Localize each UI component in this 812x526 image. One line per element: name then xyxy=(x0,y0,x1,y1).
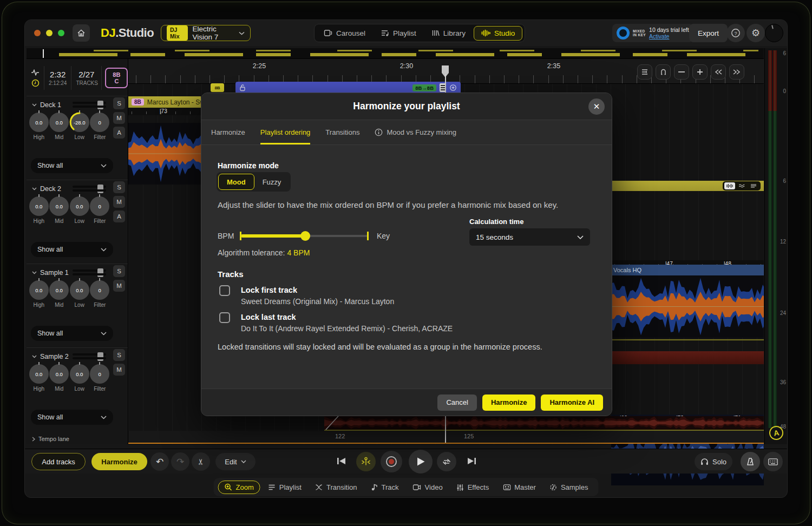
channel-fader[interactable] xyxy=(73,268,106,277)
nav-playlist[interactable]: Playlist xyxy=(374,27,423,40)
chevron-down-icon[interactable] xyxy=(32,355,37,358)
knob-low[interactable]: -28.0Low xyxy=(69,113,90,140)
auto-arrange-button[interactable] xyxy=(637,64,652,80)
settings-button[interactable]: ⚙ xyxy=(746,24,765,42)
solo-button[interactable]: S xyxy=(113,97,125,109)
skip-to-start-button[interactable] xyxy=(337,457,346,465)
zoom-out-button[interactable] xyxy=(674,64,689,80)
automation-button[interactable]: A xyxy=(113,127,125,139)
tab-track[interactable]: Track xyxy=(365,481,405,494)
waveform-bottom-strip[interactable] xyxy=(324,416,764,431)
lock-first-track-checkbox[interactable] xyxy=(219,285,230,296)
chevron-down-icon[interactable] xyxy=(32,187,37,190)
tab-master[interactable]: Master xyxy=(497,481,542,494)
tab-transition[interactable]: Transition xyxy=(310,481,363,494)
lock-last-track-checkbox[interactable] xyxy=(219,312,230,323)
knob-mid[interactable]: 0.0Mid xyxy=(49,196,70,224)
timeline-minimap[interactable] xyxy=(27,48,764,59)
skip-to-end-button[interactable] xyxy=(467,457,476,465)
loop-button[interactable] xyxy=(437,452,456,471)
knob-high[interactable]: 0.0High xyxy=(29,196,49,224)
knob-filter[interactable]: 0Filter xyxy=(90,280,110,308)
knob-high[interactable]: 0.0High xyxy=(29,280,49,308)
waveform-view-button[interactable] xyxy=(724,182,735,189)
magnet-snap-button[interactable] xyxy=(656,64,671,80)
play-button[interactable] xyxy=(409,450,433,474)
harmonize-toolbar-button[interactable]: Harmonize xyxy=(91,453,147,470)
window-zoom-button[interactable] xyxy=(58,30,64,36)
fast-forward-button[interactable] xyxy=(729,64,744,80)
minimap-playhead[interactable] xyxy=(43,49,44,58)
undo-button[interactable]: ↶ xyxy=(150,452,169,471)
show-all-dropdown[interactable]: Show all xyxy=(31,242,113,257)
tempo-automation-line[interactable] xyxy=(128,443,764,444)
tab-playlist-ordering[interactable]: Playlist ordering xyxy=(260,120,311,144)
knob-filter[interactable]: 0Filter xyxy=(90,364,110,392)
rewind-button[interactable] xyxy=(711,64,726,80)
slider-thumb[interactable] xyxy=(300,231,310,241)
nav-carousel[interactable]: Carousel xyxy=(317,27,372,40)
solo-button[interactable]: Solo xyxy=(695,453,732,470)
calculation-time-select[interactable]: 15 seconds xyxy=(469,228,590,246)
knob-filter[interactable]: 0Filter xyxy=(90,113,110,140)
tab-harmonize[interactable]: Harmonize xyxy=(211,120,245,144)
mute-button[interactable]: M xyxy=(113,196,125,208)
chevron-down-icon[interactable] xyxy=(32,271,37,274)
mute-button[interactable]: M xyxy=(113,112,125,124)
knob-low[interactable]: 0.0Low xyxy=(69,364,90,392)
edit-menu-button[interactable]: Edit xyxy=(215,453,256,470)
lines-view-button[interactable] xyxy=(748,182,759,189)
tab-playlist[interactable]: Playlist xyxy=(263,481,307,494)
nav-studio[interactable]: Studio xyxy=(474,26,522,41)
master-volume-knob[interactable] xyxy=(765,24,783,42)
solo-button[interactable]: S xyxy=(113,349,125,361)
zoom-transition-icon[interactable] xyxy=(449,84,457,91)
automation-button[interactable]: A xyxy=(113,211,125,222)
close-dialog-button[interactable]: ✕ xyxy=(588,98,605,115)
knob-low[interactable]: 0.0Low xyxy=(69,280,90,308)
knob-filter[interactable]: 0Filter xyxy=(90,196,110,224)
tempo-ruler[interactable]: 122 125 xyxy=(128,431,764,443)
waveform-track1[interactable] xyxy=(128,123,201,185)
redo-button[interactable]: ↷ xyxy=(171,452,189,471)
spectrum-view-button[interactable] xyxy=(736,182,747,189)
show-all-dropdown[interactable]: Show all xyxy=(31,326,113,341)
channel-fader[interactable] xyxy=(73,185,106,193)
solo-button[interactable]: S xyxy=(113,265,125,277)
tab-effects[interactable]: Effects xyxy=(451,481,495,494)
zoom-in-button[interactable] xyxy=(692,64,708,80)
tab-transitions[interactable]: Transitions xyxy=(325,120,359,144)
knob-mid[interactable]: 0.0Mid xyxy=(49,364,70,392)
split-button[interactable]: ✂ xyxy=(192,452,210,471)
mode-fuzzy-button[interactable]: Fuzzy xyxy=(254,174,290,190)
keyboard-shortcuts-button[interactable] xyxy=(763,452,783,471)
knob-mid[interactable]: 0.0Mid xyxy=(49,113,70,140)
channel-fader[interactable] xyxy=(73,101,106,109)
add-tracks-button[interactable]: Add tracks xyxy=(31,453,86,470)
transition-segment[interactable]: 8B→8B xyxy=(235,82,461,94)
cancel-button[interactable]: Cancel xyxy=(437,394,476,411)
solo-button[interactable]: S xyxy=(113,181,125,193)
export-button[interactable]: Export xyxy=(689,24,728,42)
clip-header-track2[interactable] xyxy=(611,181,764,191)
chevron-down-icon[interactable] xyxy=(32,103,37,107)
tab-video[interactable]: Video xyxy=(407,481,449,494)
project-selector[interactable]: DJ Mix Electric Vision 7 xyxy=(161,25,251,41)
knob-low[interactable]: 0.0Low xyxy=(69,196,90,224)
knob-mid[interactable]: 0.0Mid xyxy=(49,280,70,308)
nav-library[interactable]: Library xyxy=(424,27,473,40)
waveform-track2[interactable] xyxy=(611,275,764,338)
tab-samples[interactable]: Samples xyxy=(544,481,594,494)
mute-button[interactable]: M xyxy=(113,280,125,292)
tempo-lane-toggle[interactable]: Tempo lane xyxy=(32,436,69,442)
window-close-button[interactable] xyxy=(34,30,41,36)
home-button[interactable] xyxy=(73,24,90,42)
knob-high[interactable]: 0.0High xyxy=(29,364,49,392)
drums-clip-header[interactable] xyxy=(611,351,764,364)
knob-high[interactable]: 0.0High xyxy=(29,113,49,140)
tab-mood-vs-fuzzy[interactable]: Mood vs Fuzzy mixing xyxy=(375,120,456,144)
harmonize-ai-button[interactable]: Harmonize AI xyxy=(541,394,603,411)
show-all-dropdown[interactable]: Show all xyxy=(31,158,113,173)
window-minimize-button[interactable] xyxy=(46,30,53,36)
metronome-button[interactable] xyxy=(741,452,760,471)
